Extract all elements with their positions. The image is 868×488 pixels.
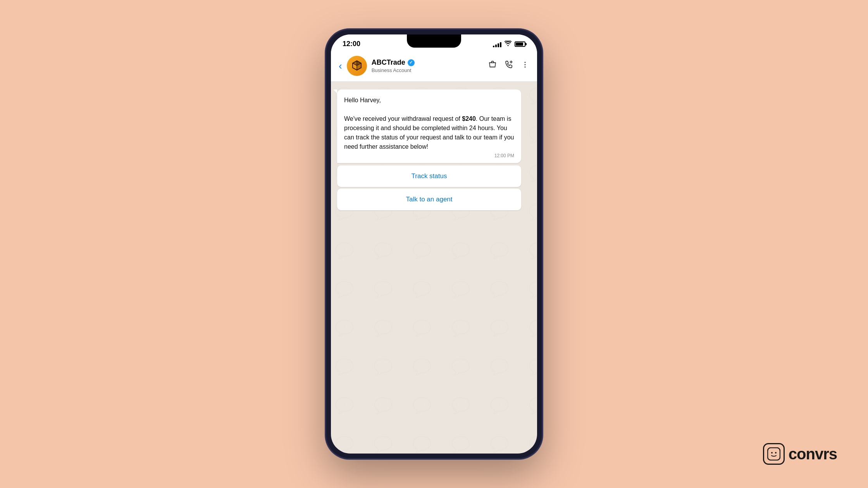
chat-body: Hello Harvey, We've received your withdr…	[331, 82, 537, 454]
back-button[interactable]: ‹	[339, 60, 342, 72]
shopping-bag-icon[interactable]	[488, 60, 497, 71]
action-buttons: Track status Talk to an agent	[337, 165, 531, 210]
avatar-logo-icon	[350, 59, 363, 72]
add-call-icon[interactable]	[505, 60, 513, 71]
convrs-logo-icon	[763, 443, 785, 465]
business-name: ABCTrade	[372, 58, 405, 67]
message-timestamp: 12:00 PM	[344, 153, 514, 158]
notch	[407, 34, 461, 48]
message-greeting: Hello Harvey,	[344, 97, 381, 103]
signal-bar-2	[495, 45, 497, 47]
convrs-logo: convrs	[763, 443, 837, 465]
header-actions	[488, 60, 529, 71]
header-info: ABCTrade ✓ Business Account	[372, 58, 488, 73]
message-container: Hello Harvey, We've received your withdr…	[337, 89, 531, 210]
header-name: ABCTrade ✓	[372, 58, 488, 67]
message-amount: $240	[462, 115, 476, 122]
verified-badge-icon: ✓	[408, 59, 415, 66]
message-body-pre: We've received your withdrawal request o…	[344, 115, 462, 122]
phone-shell: 12:00	[326, 29, 542, 459]
phone-screen: 12:00	[331, 34, 537, 454]
header-subtitle: Business Account	[372, 67, 488, 73]
avatar	[347, 56, 367, 76]
svg-point-11	[525, 67, 526, 68]
signal-bar-3	[498, 43, 499, 47]
status-icons	[493, 41, 525, 48]
svg-rect-12	[768, 448, 780, 460]
status-time: 12:00	[343, 40, 360, 48]
battery-fill	[516, 43, 523, 46]
status-bar: 12:00	[331, 34, 537, 52]
talk-to-agent-button[interactable]: Talk to an agent	[337, 189, 521, 210]
wifi-icon	[505, 41, 512, 48]
signal-bars-icon	[493, 41, 501, 47]
svg-point-9	[525, 62, 526, 63]
convrs-icon-svg	[767, 447, 780, 461]
message-text: Hello Harvey, We've received your withdr…	[344, 96, 514, 151]
svg-point-14	[775, 452, 777, 454]
signal-bar-4	[500, 42, 501, 47]
signal-bar-1	[493, 46, 494, 47]
battery-icon	[515, 41, 525, 47]
message-bubble: Hello Harvey, We've received your withdr…	[337, 89, 521, 163]
track-status-button[interactable]: Track status	[337, 165, 521, 187]
more-options-icon[interactable]	[521, 60, 529, 71]
svg-point-13	[771, 452, 773, 454]
chat-header: ‹ ABCTrade ✓	[331, 52, 537, 82]
convrs-logo-text: convrs	[789, 445, 837, 463]
svg-point-10	[525, 64, 526, 65]
